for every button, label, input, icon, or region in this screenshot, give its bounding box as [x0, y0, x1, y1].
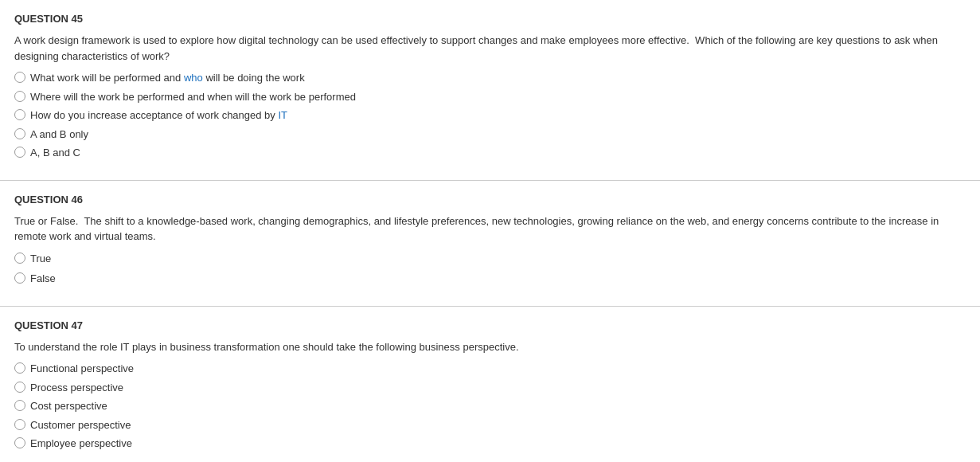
list-item: Customer perspective [14, 417, 966, 433]
option-label: How do you increase acceptance of work c… [30, 108, 287, 123]
list-item: A and B only [14, 127, 966, 143]
question-45-block: QUESTION 45 A work design framework is u… [0, 0, 980, 181]
option-label: Customer perspective [30, 417, 131, 433]
option-label: False [30, 271, 56, 287]
list-item: Functional perspective [14, 361, 966, 377]
option-label: Where will the work be performed and whe… [30, 89, 356, 105]
radio-option-3[interactable] [14, 400, 25, 411]
option-label: A and B only [30, 127, 88, 143]
list-item: False [14, 271, 966, 287]
radio-option-2[interactable] [14, 272, 25, 284]
radio-option-5[interactable] [14, 437, 25, 448]
list-item: Where will the work be performed and whe… [14, 89, 966, 105]
radio-option-4[interactable] [14, 128, 25, 139]
option-label: What work will be performed and who will… [30, 70, 305, 86]
option-label: True [30, 251, 51, 267]
option-label: Functional perspective [30, 361, 134, 377]
question-47-title: QUESTION 47 [14, 319, 966, 331]
question-45-text: A work design framework is used to explo… [14, 33, 966, 64]
question-47-text: To understand the role IT plays in busin… [14, 339, 966, 355]
question-47-block: QUESTION 47 To understand the role IT pl… [0, 307, 980, 463]
radio-option-2[interactable] [14, 91, 25, 102]
question-46-text: True or False. The shift to a knowledge-… [14, 213, 966, 245]
question-45-options: What work will be performed and who will… [14, 70, 966, 161]
radio-option-5[interactable] [14, 147, 25, 158]
option-label: Cost perspective [30, 398, 107, 414]
radio-option-3[interactable] [14, 109, 25, 120]
list-item: What work will be performed and who will… [14, 70, 966, 86]
list-item: True [14, 251, 966, 267]
option-label: Process perspective [30, 380, 123, 396]
question-47-options: Functional perspective Process perspecti… [14, 361, 966, 452]
question-46-options: True False [14, 251, 966, 287]
radio-option-1[interactable] [14, 362, 25, 374]
list-item: Process perspective [14, 380, 966, 396]
option-label: Employee perspective [30, 436, 132, 452]
option-label: A, B and C [30, 145, 80, 161]
radio-option-4[interactable] [14, 419, 25, 430]
list-item: Cost perspective [14, 398, 966, 414]
question-46-block: QUESTION 46 True or False. The shift to … [0, 181, 980, 307]
radio-option-2[interactable] [14, 382, 25, 393]
radio-option-1[interactable] [14, 253, 25, 264]
list-item: How do you increase acceptance of work c… [14, 108, 966, 123]
list-item: A, B and C [14, 145, 966, 161]
radio-option-1[interactable] [14, 72, 25, 83]
list-item: Employee perspective [14, 436, 966, 452]
question-45-title: QUESTION 45 [14, 13, 966, 25]
question-46-title: QUESTION 46 [14, 194, 966, 206]
